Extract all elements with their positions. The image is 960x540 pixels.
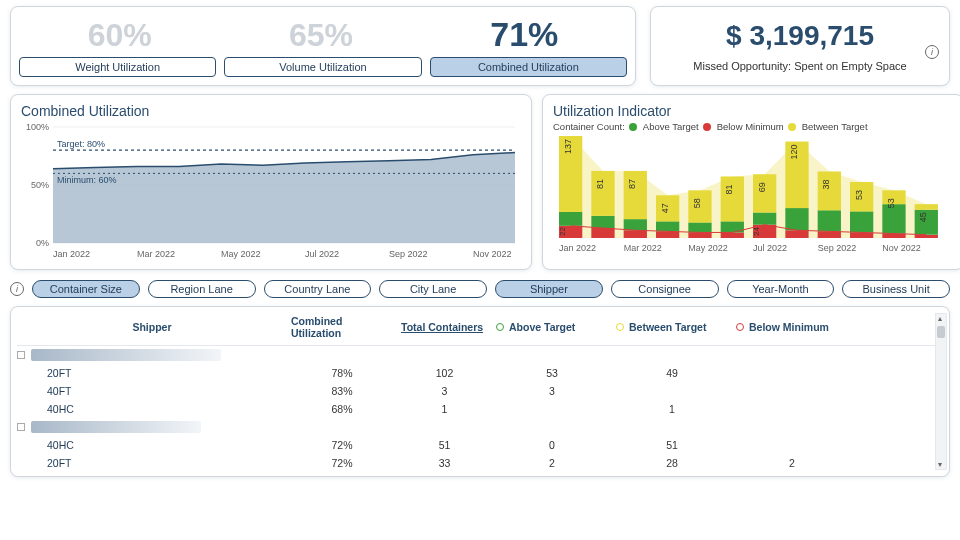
legend-above: Above Target xyxy=(643,121,699,132)
info-icon[interactable]: i xyxy=(925,45,939,59)
cell-bt: 49 xyxy=(612,367,732,379)
scroll-down-icon[interactable]: ▾ xyxy=(938,460,942,469)
svg-text:47: 47 xyxy=(660,203,670,213)
legend-below: Below Minimum xyxy=(717,121,784,132)
cell-cu: 72% xyxy=(287,457,397,469)
filter-region-lane[interactable]: Region Lane xyxy=(148,280,256,298)
svg-text:137: 137 xyxy=(563,139,573,154)
table-row[interactable]: 20FT72%332282 xyxy=(17,454,943,472)
legend-label: Container Count: xyxy=(553,121,625,132)
svg-rect-43 xyxy=(850,232,873,238)
svg-text:Nov 2022: Nov 2022 xyxy=(882,243,921,253)
svg-text:100%: 100% xyxy=(26,122,49,132)
svg-text:53: 53 xyxy=(886,198,896,208)
svg-text:Sep 2022: Sep 2022 xyxy=(818,243,857,253)
scroll-thumb[interactable] xyxy=(937,326,945,338)
svg-rect-42 xyxy=(818,171,841,210)
line-chart-svg: 0%50%100%Target: 80%Minimum: 60%Jan 2022… xyxy=(21,121,521,261)
scroll-up-icon[interactable]: ▴ xyxy=(938,314,942,323)
svg-text:Minimum: 60%: Minimum: 60% xyxy=(57,175,117,185)
svg-rect-20 xyxy=(591,216,614,228)
th-below-minimum[interactable]: Below Minimum xyxy=(732,321,852,333)
filter-container-size[interactable]: Container Size xyxy=(32,280,140,298)
missed-label: Missed Opportunity: Spent on Empty Space xyxy=(693,60,906,72)
cell-bt: 28 xyxy=(612,457,732,469)
cell-tc: 102 xyxy=(397,367,492,379)
svg-text:81: 81 xyxy=(595,179,605,189)
svg-text:38: 38 xyxy=(821,179,831,189)
cell-at: 53 xyxy=(492,367,612,379)
svg-rect-28 xyxy=(688,232,711,238)
group-bar xyxy=(31,349,221,361)
expand-toggle[interactable] xyxy=(17,351,25,359)
filter-year-month[interactable]: Year-Month xyxy=(727,280,835,298)
expand-toggle[interactable] xyxy=(17,423,25,431)
cell-tc: 33 xyxy=(397,457,492,469)
tab-volume-utilization[interactable]: Volume Utilization xyxy=(224,57,421,77)
th-total-containers[interactable]: Total Containers xyxy=(397,321,492,333)
cell-at: 0 xyxy=(492,439,612,451)
cell-cu: 72% xyxy=(287,439,397,451)
chart-legend: Container Count: Above Target Below Mini… xyxy=(553,121,953,132)
svg-text:87: 87 xyxy=(627,179,637,189)
svg-rect-24 xyxy=(624,171,647,219)
utilization-indicator-chart: Utilization Indicator Container Count: A… xyxy=(542,94,960,270)
dot-icon xyxy=(496,323,504,331)
svg-rect-44 xyxy=(850,211,873,232)
tab-weight-utilization[interactable]: Weight Utilization xyxy=(19,57,216,77)
svg-rect-31 xyxy=(721,232,744,238)
svg-text:Jan 2022: Jan 2022 xyxy=(53,249,90,259)
svg-rect-29 xyxy=(688,222,711,232)
svg-rect-40 xyxy=(818,231,841,238)
svg-text:Target: 80%: Target: 80% xyxy=(57,139,105,149)
svg-text:Mar 2022: Mar 2022 xyxy=(624,243,662,253)
legend-dot-between-icon xyxy=(788,123,796,131)
svg-text:May 2022: May 2022 xyxy=(221,249,261,259)
filter-city-lane[interactable]: City Lane xyxy=(379,280,487,298)
chart-title: Utilization Indicator xyxy=(553,103,953,119)
svg-rect-22 xyxy=(624,230,647,238)
svg-rect-33 xyxy=(721,176,744,221)
svg-text:0%: 0% xyxy=(36,238,49,248)
filter-shipper[interactable]: Shipper xyxy=(495,280,603,298)
table-row[interactable]: 40HC72%51051 xyxy=(17,436,943,454)
table-row[interactable]: 40FT83%33 xyxy=(17,382,943,400)
table-row[interactable]: 20FT78%1025349 xyxy=(17,364,943,382)
cell-tc: 1 xyxy=(397,403,492,415)
svg-text:24: 24 xyxy=(752,227,761,236)
scrollbar[interactable]: ▴ ▾ xyxy=(935,313,947,470)
svg-rect-35 xyxy=(753,213,776,225)
svg-rect-21 xyxy=(591,171,614,216)
legend-dot-above-icon xyxy=(629,123,637,131)
svg-rect-41 xyxy=(818,210,841,231)
filter-bar: i Container SizeRegion LaneCountry LaneC… xyxy=(10,280,950,298)
kpi-card: 60% 65% 71% Weight Utilization Volume Ut… xyxy=(10,6,636,86)
svg-rect-38 xyxy=(785,208,808,230)
svg-text:Jul 2022: Jul 2022 xyxy=(305,249,339,259)
svg-text:Sep 2022: Sep 2022 xyxy=(389,249,428,259)
th-above-target[interactable]: Above Target xyxy=(492,321,612,333)
svg-rect-26 xyxy=(656,221,679,231)
stacked-chart-svg: 137818747588169120385353452224Jan 2022Ma… xyxy=(553,132,953,254)
svg-text:58: 58 xyxy=(692,198,702,208)
cell-tc: 3 xyxy=(397,385,492,397)
th-between-target[interactable]: Between Target xyxy=(612,321,732,333)
cell-shipper: 40HC xyxy=(17,403,287,415)
info-icon[interactable]: i xyxy=(10,282,24,296)
filter-business-unit[interactable]: Business Unit xyxy=(842,280,950,298)
svg-rect-36 xyxy=(753,174,776,212)
th-shipper[interactable]: Shipper xyxy=(17,321,287,333)
th-combined-utilization[interactable]: Combined Utilization xyxy=(287,315,397,339)
kpi-weight-value: 60% xyxy=(88,19,152,51)
svg-text:45: 45 xyxy=(918,212,928,222)
svg-text:69: 69 xyxy=(757,182,767,192)
filter-country-lane[interactable]: Country Lane xyxy=(264,280,372,298)
cell-at: 2 xyxy=(492,457,612,469)
table-row[interactable]: 40HC68%11 xyxy=(17,400,943,418)
legend-between: Between Target xyxy=(802,121,868,132)
cell-cu: 68% xyxy=(287,403,397,415)
tab-combined-utilization[interactable]: Combined Utilization xyxy=(430,57,627,77)
svg-rect-23 xyxy=(624,219,647,230)
svg-text:81: 81 xyxy=(724,184,734,194)
filter-consignee[interactable]: Consignee xyxy=(611,280,719,298)
